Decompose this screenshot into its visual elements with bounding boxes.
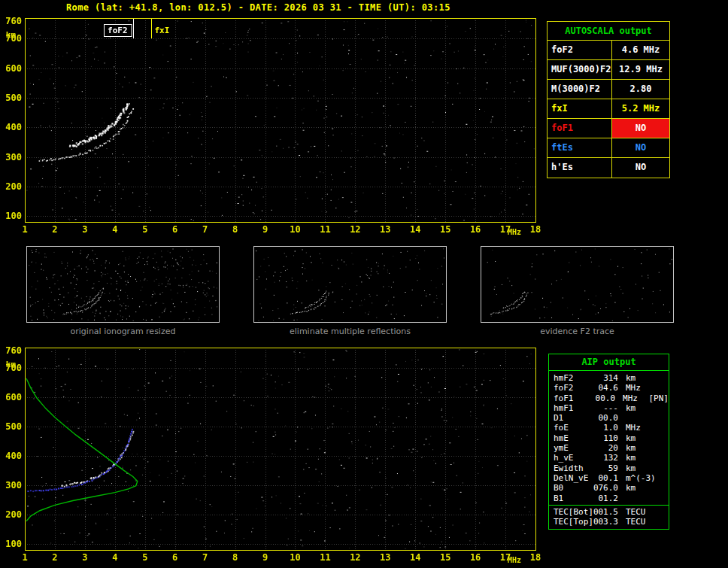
param-label: foF1: [549, 393, 591, 403]
param-value: 12.9 MHz: [612, 60, 669, 79]
param-unit: [618, 413, 651, 423]
param-flag: [651, 463, 669, 473]
param-flag: [651, 423, 669, 433]
param-label: hmE: [549, 433, 593, 443]
thumbnail-canvas: [253, 246, 447, 323]
thumbnail-original-ionogram: original ionogram resized: [26, 246, 220, 336]
param-flag: [PN]: [647, 393, 669, 403]
param-unit: km: [618, 373, 651, 383]
table-row: B0076.0km: [549, 483, 669, 493]
param-value: ---: [593, 403, 618, 413]
param-unit: km: [618, 433, 651, 443]
param-label: h'Es: [548, 158, 612, 178]
table-row: TEC[Top]003.3TECU: [549, 517, 669, 527]
param-label: ymE: [549, 443, 593, 453]
param-label: DelN_vE: [549, 473, 593, 483]
param-flag: [651, 433, 669, 443]
table-row: foF2 4.6 MHz: [548, 41, 669, 60]
param-unit: MHz: [618, 383, 651, 393]
param-label: foF1: [548, 119, 612, 138]
param-value: 132: [593, 453, 618, 463]
thumbnail-caption: eliminate multiple reflections: [253, 327, 447, 336]
param-flag: [651, 443, 669, 453]
table-row: hmE110km: [549, 433, 669, 443]
table-row: foF204.6MHz: [549, 383, 669, 393]
param-unit: km: [618, 453, 651, 463]
param-label: h_vE: [549, 453, 593, 463]
table-row: DelN_vE00.1m^(-3): [549, 473, 669, 483]
param-value: NO: [612, 158, 669, 178]
autoscala-output-panel: AUTOSCALA output foF2 4.6 MHz MUF(3000)F…: [547, 21, 670, 178]
table-row: M(3000)F2 2.80: [548, 80, 669, 99]
param-flag: [651, 473, 669, 483]
aip-output-panel: AIP output hmF2314km foF204.6MHz foF100.…: [548, 354, 669, 530]
table-row: h_vE132km: [549, 453, 669, 463]
param-flag: [651, 507, 669, 517]
thumbnail-f2-trace: evidence F2 trace: [481, 246, 674, 336]
table-row: D100.0: [549, 413, 669, 423]
param-unit: km: [618, 403, 651, 413]
thumbnail-canvas: [481, 246, 674, 323]
aip-parameter-list: hmF2314km foF204.6MHz foF100.0MHz[PN] hm…: [549, 371, 669, 505]
param-flag: [651, 483, 669, 493]
param-label: TEC[Bot]: [549, 507, 593, 517]
thumbnail-caption: original ionogram resized: [26, 327, 220, 336]
param-value: 110: [593, 433, 618, 443]
thumbnail-caption: evidence F2 trace: [481, 327, 674, 336]
param-value: 314: [593, 373, 618, 383]
param-value: 4.6 MHz: [612, 41, 669, 59]
param-flag: [651, 373, 669, 383]
param-label: hmF1: [549, 403, 593, 413]
param-unit: km: [618, 443, 651, 453]
table-row: B101.2: [549, 494, 669, 503]
param-label: TEC[Top]: [549, 517, 593, 527]
param-value: 59: [593, 463, 618, 473]
autoscala-app-window: Rome (lat: +41.8, lon: 012.5) - DATE: 20…: [0, 0, 728, 568]
param-flag: [651, 453, 669, 463]
param-flag: [651, 517, 669, 527]
param-label: foE: [549, 423, 593, 433]
table-row: foE1.0MHz: [549, 423, 669, 433]
param-value: 00.0: [593, 413, 618, 423]
param-value: 04.6: [593, 383, 618, 393]
param-value: 076.0: [593, 483, 618, 493]
param-value: 003.3: [593, 517, 618, 527]
aip-tec-section: TEC[Bot]001.5TECU TEC[Top]003.3TECU: [549, 505, 669, 530]
thumbnail-multiple-reflections: eliminate multiple reflections: [253, 246, 447, 336]
table-row: ymE20km: [549, 443, 669, 453]
table-row: h'Es NO: [548, 158, 669, 178]
param-value: 00.1: [593, 473, 618, 483]
param-unit: m^(-3): [618, 473, 651, 483]
table-row: hmF2314km: [549, 373, 669, 383]
param-unit: km: [618, 463, 651, 473]
table-row: foF100.0MHz[PN]: [549, 393, 669, 403]
param-value: 01.2: [593, 494, 618, 503]
param-unit: km: [618, 483, 651, 493]
param-flag: [651, 383, 669, 393]
param-flag: [651, 494, 669, 503]
param-value: NO: [612, 119, 669, 138]
param-unit: [618, 494, 651, 503]
param-value: 1.0: [593, 423, 618, 433]
param-unit: MHz: [615, 393, 647, 403]
param-label: D1: [549, 413, 593, 423]
param-value: 20: [593, 443, 618, 453]
param-label: Ewidth: [549, 463, 593, 473]
param-label: M(3000)F2: [548, 80, 612, 99]
param-unit: TECU: [618, 517, 651, 527]
param-flag: [651, 413, 669, 423]
main-ionogram-plot: [0, 14, 546, 236]
param-value: 00.0: [591, 393, 615, 403]
param-unit: MHz: [618, 423, 651, 433]
param-label: B0: [549, 483, 593, 493]
table-row: ftEs NO: [548, 138, 669, 158]
param-value: NO: [612, 138, 669, 157]
param-label: MUF(3000)F2: [548, 60, 612, 79]
aip-panel-title: AIP output: [549, 354, 669, 371]
table-row: foF1 NO: [548, 119, 669, 138]
param-label: ftEs: [548, 138, 612, 157]
param-label: foF2: [548, 41, 612, 59]
param-label: hmF2: [549, 373, 593, 383]
param-label: fxI: [548, 99, 612, 118]
table-row: TEC[Bot]001.5TECU: [549, 507, 669, 517]
